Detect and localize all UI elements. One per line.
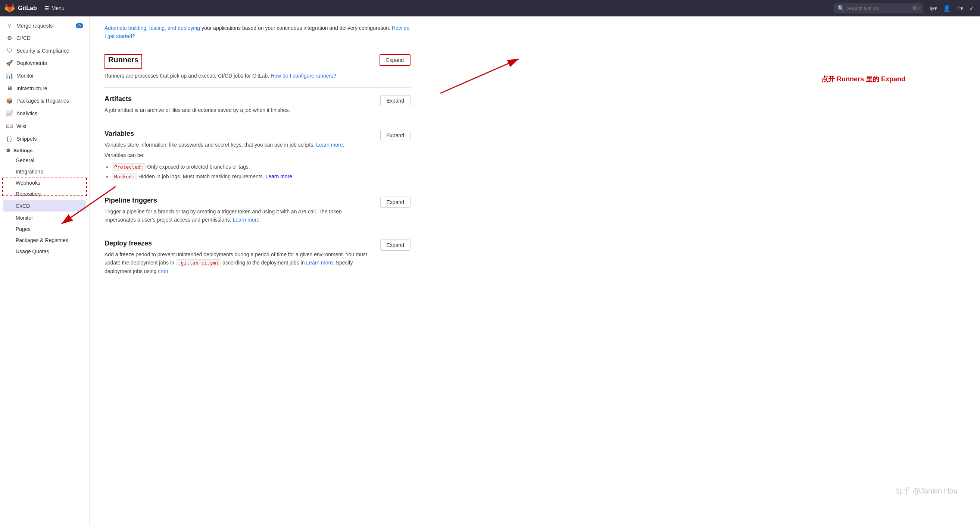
variables-desc: Variables store information, like passwo… <box>105 141 373 149</box>
sidebar-sub-webhooks[interactable]: Webhooks <box>0 177 89 188</box>
infrastructure-icon: 🖥 <box>6 85 13 91</box>
sidebar-sub-label-cicd: CI/CD <box>16 203 30 209</box>
sidebar-label-settings: Settings <box>13 148 32 153</box>
variables-section: Variables Variables store information, l… <box>105 122 410 189</box>
runners-title: Runners <box>108 56 138 64</box>
deploy-freezes-cron-link[interactable]: cron <box>158 268 168 274</box>
deploy-freezes-section: Deploy freezes Add a freeze period to pr… <box>105 232 410 283</box>
check-icon-button[interactable]: ✓ <box>968 3 975 13</box>
check-icon: ✓ <box>969 5 974 12</box>
deploy-freezes-link[interactable]: Learn more. <box>306 260 334 265</box>
sidebar-item-deployments[interactable]: 🚀 Deployments <box>0 57 89 69</box>
merge-request-icon-button[interactable]: ⑂ ▾ <box>955 3 965 13</box>
search-icon: 🔍 <box>837 5 845 12</box>
masked-learn-more[interactable]: Learn more. <box>266 173 294 180</box>
sidebar-sub-label-packages-reg: Packages & Registries <box>16 237 68 243</box>
runners-desc: Runners are processes that pick up and e… <box>105 72 372 80</box>
header-actions: ⊕ ▾ 👤 ⑂ ▾ ✓ <box>928 3 975 13</box>
profile-icon-button[interactable]: 👤 <box>942 3 952 13</box>
sidebar-item-analytics[interactable]: 📈 Analytics <box>0 107 89 120</box>
dropdown-arrow: ▾ <box>934 5 937 12</box>
sidebar-sub-label-webhooks: Webhooks <box>16 180 40 186</box>
runners-expand-button[interactable]: Expand <box>380 54 410 66</box>
sidebar-sub-repository[interactable]: Repository <box>0 188 89 200</box>
sidebar-item-monitor[interactable]: 📊 Monitor <box>0 69 89 82</box>
sidebar-label-infrastructure: Infrastructure <box>16 86 47 91</box>
variables-extra: Variables can be: <box>105 151 373 159</box>
artifacts-section: Artifacts A job artifact is an archive o… <box>105 87 410 122</box>
variables-expand-button[interactable]: Expand <box>380 130 410 141</box>
pipeline-triggers-expand-button[interactable]: Expand <box>380 197 410 208</box>
sidebar-sub-pages[interactable]: Pages <box>0 224 89 235</box>
sidebar-sub-packages-reg[interactable]: Packages & Registries <box>0 235 89 246</box>
sidebar-sub-label-general: General <box>16 157 34 164</box>
sidebar-sub-general[interactable]: General <box>0 155 89 166</box>
wiki-icon: 📖 <box>6 123 13 129</box>
sidebar-sub-monitor[interactable]: Monitor <box>0 212 89 224</box>
artifacts-expand-button[interactable]: Expand <box>380 95 410 106</box>
runners-title-box: Runners <box>105 54 142 68</box>
pipeline-triggers-title: Pipeline triggers <box>105 197 373 205</box>
variables-learn-more[interactable]: Learn more. <box>316 142 344 148</box>
sidebar-sub-label-pages: Pages <box>16 226 30 232</box>
variables-title: Variables <box>105 130 373 138</box>
pipeline-triggers-section: Pipeline triggers Trigger a pipeline for… <box>105 189 410 232</box>
sidebar-label-deployments: Deployments <box>16 60 47 66</box>
sidebar-item-settings[interactable]: ⚙ Settings <box>0 145 89 155</box>
monitor-icon: 📊 <box>6 72 13 79</box>
artifacts-desc: A job artifact is an archive of files an… <box>105 106 373 114</box>
intro-paragraph: Automate building, testing, and deployin… <box>105 24 410 41</box>
hamburger-icon: ☰ <box>45 5 49 11</box>
variables-list: Protected: Only exposed to protected bra… <box>112 162 373 181</box>
sidebar-sub-label-repository: Repository <box>16 191 41 197</box>
profile-icon: 👤 <box>943 5 951 12</box>
sidebar-sub-integrations[interactable]: Integrations <box>0 166 89 177</box>
sidebar-label-monitor: Monitor <box>16 73 34 79</box>
deploy-freezes-expand-button[interactable]: Expand <box>380 240 410 251</box>
new-item-button[interactable]: ⊕ ▾ <box>928 3 939 13</box>
sidebar-label-merge-requests: Merge requests <box>16 23 52 29</box>
analytics-icon: 📈 <box>6 110 13 117</box>
search-shortcut: ⌘K <box>912 6 920 11</box>
gitlab-logo[interactable]: GitLab <box>5 3 37 13</box>
merge-requests-icon: ⑂ <box>6 22 13 29</box>
artifacts-title: Artifacts <box>105 95 373 103</box>
deploy-freezes-desc: Add a freeze period to prevent unintende… <box>105 250 373 276</box>
var-protected: Protected: Only exposed to protected bra… <box>112 162 373 172</box>
app-header: GitLab ☰ Menu 🔍 ⌘K ⊕ ▾ 👤 ⑂ ▾ ✓ <box>0 0 980 16</box>
runners-config-link[interactable]: How do I configure runners? <box>270 73 336 79</box>
menu-button[interactable]: ☰ Menu <box>41 4 68 13</box>
sidebar-item-infrastructure[interactable]: 🖥 Infrastructure <box>0 82 89 94</box>
intro-link-automate[interactable]: Automate building, testing, and deployin… <box>105 25 200 31</box>
sidebar-item-snippets[interactable]: { } Snippets <box>0 132 89 145</box>
pipeline-triggers-desc: Trigger a pipeline for a branch or tag b… <box>105 207 373 224</box>
sidebar-item-cicd[interactable]: ⚙ CI/CD <box>0 32 89 44</box>
sidebar-item-packages[interactable]: 📦 Packages & Registries <box>0 94 89 107</box>
dropdown-arrow2: ▾ <box>960 5 963 12</box>
security-icon: 🛡 <box>6 48 13 54</box>
sidebar-item-security[interactable]: 🛡 Security & Compliance <box>0 44 89 57</box>
search-input[interactable] <box>847 6 910 11</box>
gitlab-ci-tag: .gitlab-ci.yml <box>176 259 221 266</box>
sidebar-label-analytics: Analytics <box>16 110 37 116</box>
search-bar[interactable]: 🔍 ⌘K <box>834 3 923 13</box>
pipeline-triggers-link[interactable]: Learn more. <box>233 217 261 223</box>
protected-text: Only exposed to protected branches or ta… <box>147 164 250 170</box>
deployments-icon: 🚀 <box>6 60 13 67</box>
sidebar-item-merge-requests[interactable]: ⑂ Merge requests 0 <box>0 19 89 32</box>
main-content: Automate building, testing, and deployin… <box>89 16 980 526</box>
sidebar-item-wiki[interactable]: 📖 Wiki <box>0 120 89 132</box>
settings-icon: ⚙ <box>6 148 10 153</box>
merge-requests-badge: 0 <box>76 23 83 29</box>
sidebar-label-snippets: Snippets <box>16 136 37 142</box>
plus-icon: ⊕ <box>929 5 934 12</box>
sidebar-sub-usage-quotas[interactable]: Usage Quotas <box>0 246 89 257</box>
sidebar-sub-cicd[interactable]: CI/CD <box>3 200 86 211</box>
sidebar-label-cicd: CI/CD <box>16 35 30 41</box>
deploy-freezes-title: Deploy freezes <box>105 240 373 247</box>
sidebar-label-packages: Packages & Registries <box>16 98 69 104</box>
var-masked: Masked: Hidden in job logs. Must match m… <box>112 172 373 181</box>
protected-tag: Protected: <box>112 164 146 170</box>
gitlab-logo-text: GitLab <box>18 5 37 11</box>
sidebar-label-security: Security & Compliance <box>16 48 69 54</box>
